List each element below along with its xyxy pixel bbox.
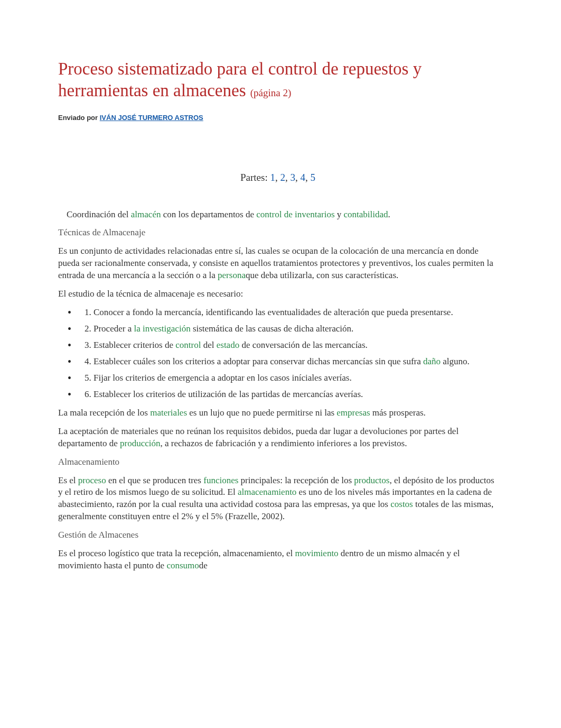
text-run: 4. Establecer cuáles son los criterios a…: [85, 356, 423, 366]
keyword-estado[interactable]: estado: [217, 340, 239, 350]
title-page-suffix: (página 2): [250, 87, 292, 98]
numbered-list: 1. Conocer a fondo la mercancía, identif…: [58, 307, 498, 401]
text-run: que deba utilizarla, con sus característ…: [246, 270, 398, 280]
keyword-investigacion[interactable]: la investigación: [134, 324, 190, 334]
subheading-almacenamiento: Almacenamiento: [58, 456, 498, 468]
text-run: 3. Establecer criterios de: [85, 340, 175, 350]
title-text: Proceso sistematizado para el control de…: [58, 59, 422, 100]
paragraph-intro: Coordinación del almacén con los departa…: [58, 209, 498, 221]
text-run: Es el proceso logístico que trata la rec…: [58, 548, 295, 558]
text-run: más prosperas.: [370, 408, 426, 418]
keyword-empresas[interactable]: empresas: [336, 408, 370, 418]
text-run: del: [201, 340, 216, 350]
author-link[interactable]: IVÁN JOSÉ TURMERO ASTROS: [100, 114, 203, 122]
part-link-2[interactable]: 2: [280, 172, 285, 183]
keyword-dano[interactable]: daño: [423, 356, 441, 366]
text-run: de: [199, 560, 208, 570]
keyword-movimiento[interactable]: movimiento: [295, 548, 338, 558]
keyword-control[interactable]: control: [175, 340, 201, 350]
keyword-materiales[interactable]: materiales: [150, 408, 187, 418]
text-run: de conversación de las mercancías.: [239, 340, 368, 350]
keyword-persona[interactable]: persona: [218, 270, 246, 280]
text-run: 2. Proceder a: [85, 324, 134, 334]
text-run: La mala recepción de los: [58, 408, 150, 418]
byline: Enviado por IVÁN JOSÉ TURMERO ASTROS: [58, 114, 498, 122]
text-run: .: [388, 209, 390, 219]
text-run: con los departamentos de: [163, 209, 257, 219]
subheading-gestion: Gestión de Almacenes: [58, 529, 498, 541]
subheading-tecnicas: Técnicas de Almacenaje: [58, 227, 498, 239]
page-title: Proceso sistematizado para el control de…: [58, 58, 498, 102]
text-run: alguno.: [441, 356, 470, 366]
list-item: 4. Establecer cuáles son los criterios a…: [58, 356, 498, 368]
byline-prefix: Enviado por: [58, 114, 100, 122]
text-run: en el que se producen tres: [106, 475, 204, 485]
keyword-produccion[interactable]: producción: [120, 438, 160, 448]
parts-nav: Partes: 1, 2, 3, 4, 5: [58, 172, 498, 183]
list-item: 1. Conocer a fondo la mercancía, identif…: [58, 307, 498, 319]
text-run: , a rechazos de fabricación y a rendimie…: [161, 438, 407, 448]
keyword-almacen[interactable]: almacén: [131, 209, 163, 219]
text-run: es un lujo que no puede permitirse ni la…: [187, 408, 336, 418]
text-run: Coordinación del: [67, 209, 131, 219]
part-link-3[interactable]: 3: [290, 172, 295, 183]
text-run: Es el: [58, 475, 78, 485]
paragraph: Es un conjunto de actividades relacionad…: [58, 245, 498, 282]
parts-prefix: Partes:: [240, 172, 270, 183]
text-run: y: [335, 209, 344, 219]
list-item: 2. Proceder a la investigación sistemáti…: [58, 323, 498, 335]
text-run: principales: la recepción de los: [238, 475, 354, 485]
text-run: sistemática de las causas de dicha alter…: [191, 324, 354, 334]
keyword-consumo[interactable]: consumo: [166, 560, 199, 570]
keyword-contabilidad[interactable]: contabilidad: [344, 209, 388, 219]
paragraph: El estudio de la técnica de almacenaje e…: [58, 288, 498, 300]
paragraph: Es el proceso en el que se producen tres…: [58, 475, 498, 523]
part-link-4[interactable]: 4: [300, 172, 305, 183]
list-item: 3. Establecer criterios de control del e…: [58, 339, 498, 352]
list-item: 5. Fijar los criterios de emergencia a a…: [58, 372, 498, 384]
part-link-1[interactable]: 1: [270, 172, 275, 183]
list-item: 6. Establecer los criterios de utilizaci…: [58, 389, 498, 401]
keyword-productos[interactable]: productos: [354, 475, 389, 485]
keyword-almacenamiento[interactable]: almacenamiento: [238, 487, 296, 497]
paragraph: La aceptación de materiales que no reúna…: [58, 426, 498, 450]
content-body: Coordinación del almacén con los departa…: [58, 209, 498, 573]
keyword-proceso[interactable]: proceso: [78, 475, 106, 485]
paragraph: Es el proceso logístico que trata la rec…: [58, 548, 498, 572]
part-link-5[interactable]: 5: [310, 172, 315, 183]
paragraph: La mala recepción de los materiales es u…: [58, 407, 498, 419]
keyword-funciones[interactable]: funciones: [203, 475, 238, 485]
keyword-costos[interactable]: costos: [390, 499, 413, 509]
keyword-control-inventarios[interactable]: control de inventarios: [256, 209, 334, 219]
